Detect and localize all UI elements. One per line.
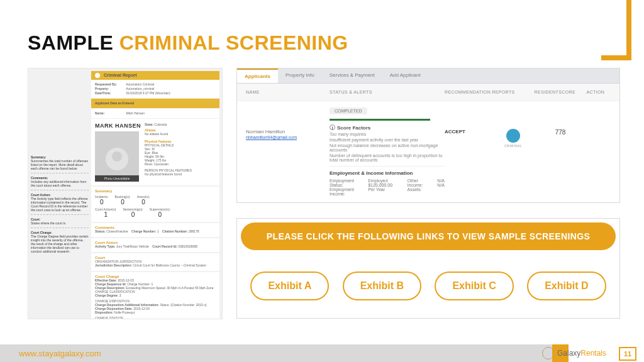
screening-panel: Applicants Property Info Services & Paym…: [236, 68, 620, 203]
table-row: Norman Hamilton nbhamilton94@gmail.com C…: [237, 101, 619, 202]
applicant-name-large: MARK HANSEN: [95, 123, 141, 129]
page-title: SAMPLE CRIMINAL SCREENING: [28, 31, 348, 55]
table-header: NAME STATUS & ALERTS RECOMMENDATION REPO…: [237, 84, 619, 101]
tab-property-info[interactable]: Property Info: [278, 69, 322, 83]
exhibit-c-button[interactable]: Exhibit C: [435, 272, 513, 300]
info-icon: i: [330, 124, 335, 130]
person-icon: [106, 148, 128, 170]
applicant-email-link[interactable]: nbhamilton94@gmail.com: [246, 135, 297, 140]
brand-logo-icon: [542, 347, 555, 359]
report-meta: Requested By: Automation Criminal Proper…: [91, 80, 219, 99]
employment-section: Employment & Income Information Employme…: [330, 166, 445, 196]
status-badge: COMPLETED: [330, 107, 367, 114]
exhibit-b-button[interactable]: Exhibit B: [343, 272, 421, 300]
progress-bar: [330, 119, 430, 121]
cta-panel: PLEASE CLICK THE FOLLOWING LINKS TO VIEW…: [236, 218, 620, 319]
tab-bar: Applicants Property Info Services & Paym…: [237, 69, 619, 84]
recommendation-value: ACCEPT: [445, 129, 492, 134]
applicant-section-bar: Applicant Data as Entered: [91, 99, 219, 109]
corner-rule: [601, 0, 631, 60]
title-part-2: CRIMINAL SCREENING: [119, 31, 348, 54]
report-label: CRIMINAL: [492, 144, 534, 148]
brand: GalaxyRentals: [542, 347, 606, 359]
photo-placeholder: Photo Unavailable: [95, 131, 139, 182]
criminal-report-preview: Summary: Summarizes the total number of …: [28, 68, 223, 319]
criminal-report-icon[interactable]: [506, 129, 520, 143]
page-number: 11: [619, 347, 636, 361]
footer-url: www.stayatgalaxy.com: [0, 344, 552, 362]
score-factors-list: Too many inquiries Insufficient payment …: [330, 132, 445, 162]
title-part-1: SAMPLE: [28, 31, 119, 54]
preview-side-notes: Summary: Summarizes the total number of …: [31, 155, 89, 253]
lock-icon: [95, 73, 100, 78]
tab-add-applicant[interactable]: Add Applicant: [382, 69, 428, 83]
exhibit-buttons: Exhibit A Exhibit B Exhibit C Exhibit D: [237, 272, 619, 300]
tab-services-payment[interactable]: Services & Payment: [322, 69, 382, 83]
cta-heading: PLEASE CLICK THE FOLLOWING LINKS TO VIEW…: [241, 222, 616, 250]
report-title-bar: Criminal Report: [91, 71, 219, 80]
score-factors-heading: iScore Factors: [330, 124, 445, 131]
tab-applicants[interactable]: Applicants: [237, 69, 278, 83]
exhibit-d-button[interactable]: Exhibit D: [527, 272, 606, 300]
applicant-name: Norman Hamilton: [246, 129, 330, 134]
resident-score-value: 778: [535, 129, 587, 136]
exhibit-a-button[interactable]: Exhibit A: [250, 272, 329, 300]
report-head: MARK HANSEN Photo Unavailable State: Col…: [91, 119, 219, 185]
